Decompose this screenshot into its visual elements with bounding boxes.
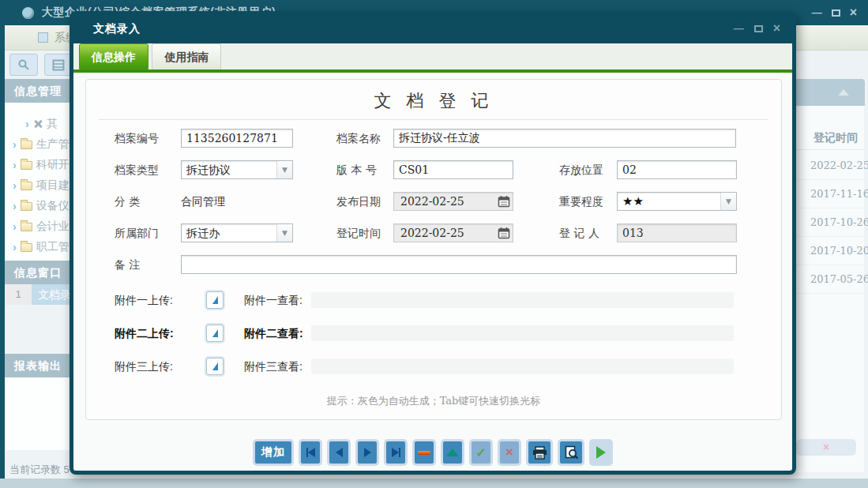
last-record-button[interactable] xyxy=(384,439,408,466)
tab-user-guide[interactable]: 使用指南 xyxy=(152,43,221,69)
publish-date-label: 发布日期 xyxy=(336,192,381,211)
version-input[interactable] xyxy=(393,160,513,179)
next-record-button[interactable] xyxy=(355,439,379,466)
attachment2-view-field xyxy=(311,325,734,341)
attachment1-view-label: 附件一查看: xyxy=(244,291,302,309)
archive-type-label: 档案类型 xyxy=(115,160,159,179)
attachment3-view-label: 附件三查看: xyxy=(244,358,302,375)
register-time-picker[interactable]: 2022-02-25 xyxy=(393,223,513,242)
publish-date-picker[interactable]: 2022-02-25 xyxy=(393,192,513,211)
dialog-title-bar[interactable]: 文档录入 — × xyxy=(73,14,793,43)
attachment1-upload-checkbox[interactable] xyxy=(206,291,224,309)
minimize-icon[interactable]: — xyxy=(812,7,822,18)
department-select[interactable]: 拆迁办 ▼ xyxy=(181,223,293,242)
edit-record-button[interactable] xyxy=(441,439,464,466)
archive-name-label: 档案名称 xyxy=(336,129,381,148)
dialog-tab-bar: 信息操作 使用指南 xyxy=(73,43,792,69)
location-input[interactable] xyxy=(617,160,737,179)
form-title: 文 档 登 记 xyxy=(86,89,781,113)
department-label: 所属部门 xyxy=(115,223,159,242)
item-index: 1 xyxy=(5,284,32,305)
chevron-down-icon: ▼ xyxy=(720,193,736,210)
importance-label: 重要程度 xyxy=(559,192,603,211)
table-row[interactable]: 2017-10-26 xyxy=(793,208,865,237)
calendar-icon[interactable] xyxy=(498,195,510,208)
main-window-controls: — × xyxy=(812,7,857,18)
category-label: 分 类 xyxy=(115,192,140,211)
registrant-input[interactable] xyxy=(617,223,737,242)
remark-label: 备 注 xyxy=(115,255,140,274)
preview-icon xyxy=(564,445,579,460)
chevron-right-icon: › xyxy=(13,179,17,192)
location-label: 存放位置 xyxy=(559,160,603,179)
triangle-left-icon xyxy=(336,448,343,457)
app-logo-icon xyxy=(22,7,34,19)
category-value: 合同管理 xyxy=(181,192,225,211)
printer-icon xyxy=(532,446,547,460)
attachment1-view-field xyxy=(311,292,734,308)
dialog-maximize-icon[interactable] xyxy=(754,25,763,32)
app-root: 大型企业(公司)综合档案管理系统(非注册用户) — × 系统导航 xyxy=(0,0,868,488)
triangle-right-icon xyxy=(364,448,371,457)
preview-button[interactable] xyxy=(558,439,584,466)
remark-input[interactable] xyxy=(181,255,737,274)
dialog-minimize-icon[interactable]: — xyxy=(734,23,744,34)
triangle-right-icon xyxy=(392,448,399,457)
dialog-controls: — × xyxy=(734,23,780,34)
chevron-right-icon: › xyxy=(13,138,17,151)
table-row[interactable]: 2017-05-26 xyxy=(793,265,865,294)
close-icon[interactable]: × xyxy=(850,7,857,18)
attachment2-view-label: 附件二查看: xyxy=(244,325,303,342)
print-button[interactable] xyxy=(526,439,553,466)
run-button[interactable] xyxy=(589,439,613,466)
dialog-close-icon[interactable]: × xyxy=(773,23,780,34)
collapse-panel-icon[interactable] xyxy=(838,89,849,96)
attachment2-upload-checkbox[interactable] xyxy=(206,325,224,342)
archive-name-input[interactable] xyxy=(393,129,736,148)
add-button[interactable]: 增加 xyxy=(253,439,294,466)
importance-select[interactable]: ★★ ▼ xyxy=(617,192,737,211)
attachment3-view-field xyxy=(311,358,734,374)
record-toolbar: 增加 ✓ × xyxy=(73,437,792,468)
folder-icon xyxy=(21,243,32,252)
prev-record-button[interactable] xyxy=(327,439,351,466)
calendar-icon[interactable] xyxy=(498,227,510,239)
archive-type-select[interactable]: 拆迁协议 ▼ xyxy=(181,160,293,179)
triangle-left-icon xyxy=(308,448,315,457)
star-rating: ★★ xyxy=(622,193,644,210)
attachment3-upload-label: 附件三上传: xyxy=(115,358,173,375)
registrant-label: 登 记 人 xyxy=(559,223,599,242)
table-row[interactable]: 2022-02-25 xyxy=(793,152,865,180)
chevron-right-icon: › xyxy=(13,159,17,171)
folder-icon xyxy=(21,182,32,190)
triangle-up-icon xyxy=(446,449,459,456)
dialog-title: 文档录入 xyxy=(93,22,141,36)
chevron-down-icon: ▼ xyxy=(276,224,292,242)
x-icon: × xyxy=(505,445,513,460)
attachment3-upload-checkbox[interactable] xyxy=(206,358,224,375)
folder-icon xyxy=(21,161,32,170)
title-divider xyxy=(99,119,768,120)
archive-no-input[interactable] xyxy=(181,129,293,148)
restore-icon[interactable] xyxy=(832,9,840,17)
confirm-button[interactable]: ✓ xyxy=(469,439,493,466)
form-tip-text: 提示：灰色为自动生成；Tab键可快速切换光标 xyxy=(86,394,781,408)
table-row[interactable]: 2017-11-16 xyxy=(793,180,865,208)
chevron-right-icon: › xyxy=(13,220,17,233)
table-row[interactable]: 2017-10-20 xyxy=(793,237,865,265)
chevron-down-icon: ▼ xyxy=(276,161,292,178)
table-icon xyxy=(52,59,65,71)
table-toolbar-button[interactable] xyxy=(44,54,73,76)
attachment1-upload-label: 附件一上传: xyxy=(115,291,173,309)
first-record-button[interactable] xyxy=(299,439,322,466)
folder-icon xyxy=(21,223,32,231)
tab-info-operation[interactable]: 信息操作 xyxy=(79,43,148,69)
cancel-button[interactable]: × xyxy=(498,439,521,466)
folder-icon xyxy=(21,202,32,211)
nav-tab-icon xyxy=(38,32,48,43)
search-toolbar-button[interactable] xyxy=(9,54,38,76)
delete-record-button[interactable] xyxy=(412,439,436,466)
column-header-register-time[interactable]: 登记时间 xyxy=(793,125,865,150)
panel-close-button[interactable]: × xyxy=(796,439,856,456)
window-bottom-edge xyxy=(0,479,868,488)
